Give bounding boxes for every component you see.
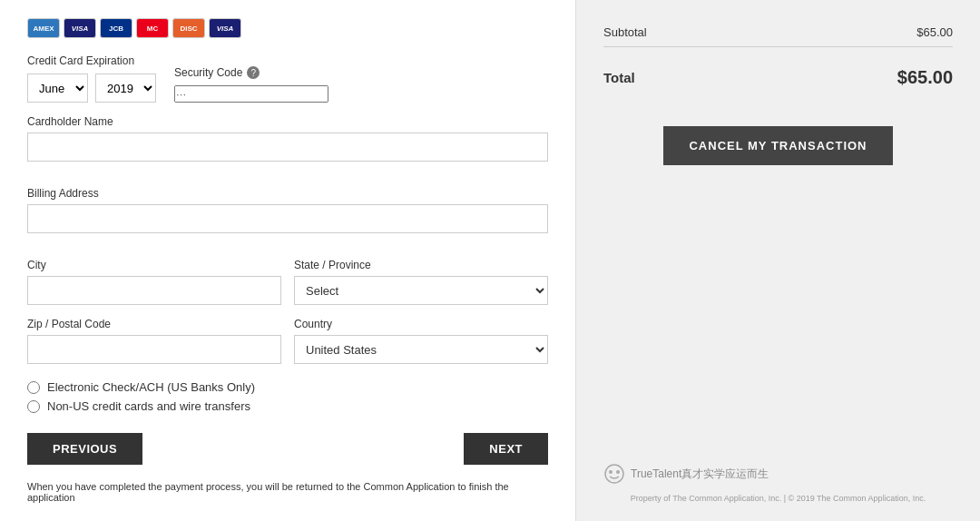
expiry-security-row: Credit Card Expiration June 2019 Securit… (27, 54, 548, 103)
state-label: State / Province (294, 259, 548, 271)
zip-input[interactable] (27, 335, 281, 364)
copyright-text: Property of The Common Application, Inc.… (603, 494, 953, 503)
subtotal-label: Subtotal (603, 25, 647, 39)
expiration-selects: June 2019 (27, 74, 156, 103)
jcb-icon: JCB (100, 18, 132, 38)
radio-wire: Non-US credit cards and wire transfers (27, 399, 548, 413)
svg-point-2 (616, 470, 620, 474)
cardholder-label: Cardholder Name (27, 115, 548, 128)
expiry-section: Credit Card Expiration June 2019 (27, 54, 156, 103)
billing-label: Billing Address (27, 187, 548, 200)
expiration-label: Credit Card Expiration (27, 54, 156, 67)
subtotal-row: Subtotal $65.00 (603, 18, 953, 47)
navigation-buttons: PREVIOUS NEXT (27, 433, 548, 465)
cardholder-input[interactable] (27, 133, 548, 162)
right-panel: Subtotal $65.00 Total $65.00 CANCEL MY T… (576, 0, 980, 521)
billing-group: Billing Address (27, 187, 548, 246)
watermark-icon (603, 463, 625, 485)
left-panel: AMEX VISA JCB MC DISC VISA Credit Card E… (0, 0, 576, 521)
zip-label: Zip / Postal Code (27, 318, 281, 330)
city-state-row: City State / Province Select (27, 259, 548, 305)
total-value: $65.00 (897, 67, 953, 88)
radio-ach-label: Electronic Check/ACH (US Banks Only) (47, 380, 255, 394)
radio-wire-label: Non-US credit cards and wire transfers (47, 399, 250, 413)
security-label: Security Code ? (174, 66, 328, 79)
watermark: TrueTalent真才实学应运而生 (603, 463, 953, 485)
city-group: City (27, 259, 281, 305)
country-group: Country United States (294, 318, 548, 364)
cancel-transaction-button[interactable]: CANCEL MY TRANSACTION (663, 126, 892, 165)
card-icons-row: AMEX VISA JCB MC DISC VISA (27, 18, 548, 38)
svg-point-1 (609, 470, 612, 474)
state-select[interactable]: Select (294, 276, 548, 305)
radio-ach: Electronic Check/ACH (US Banks Only) (27, 380, 548, 394)
country-select[interactable]: United States (294, 335, 548, 364)
total-row: Total $65.00 (603, 56, 953, 99)
mc-icon: MC (136, 18, 169, 38)
city-input[interactable] (27, 276, 281, 305)
amex-icon: AMEX (27, 18, 60, 38)
security-help-icon[interactable]: ? (247, 66, 260, 79)
billing-input[interactable] (27, 204, 548, 233)
state-group: State / Province Select (294, 259, 548, 305)
total-label: Total (603, 70, 635, 85)
radio-ach-input[interactable] (27, 381, 40, 394)
cardholder-group: Cardholder Name (27, 115, 548, 174)
visa2-icon: VISA (209, 18, 241, 38)
security-code-input[interactable] (174, 85, 328, 103)
security-section: Security Code ? (174, 66, 328, 103)
previous-button[interactable]: PREVIOUS (27, 433, 142, 465)
payment-options-group: Electronic Check/ACH (US Banks Only) Non… (27, 380, 548, 413)
month-select[interactable]: June (27, 74, 88, 103)
visa-icon: VISA (64, 18, 96, 38)
city-label: City (27, 259, 281, 271)
year-select[interactable]: 2019 (95, 74, 156, 103)
disc-icon: DISC (172, 18, 205, 38)
zip-group: Zip / Postal Code (27, 318, 281, 364)
next-button[interactable]: NEXT (464, 433, 548, 465)
zip-country-row: Zip / Postal Code Country United States (27, 318, 548, 364)
country-label: Country (294, 318, 548, 330)
svg-point-0 (605, 465, 623, 483)
footer-note: When you have completed the payment proc… (27, 481, 548, 503)
subtotal-value: $65.00 (916, 25, 953, 39)
radio-wire-input[interactable] (27, 400, 40, 413)
